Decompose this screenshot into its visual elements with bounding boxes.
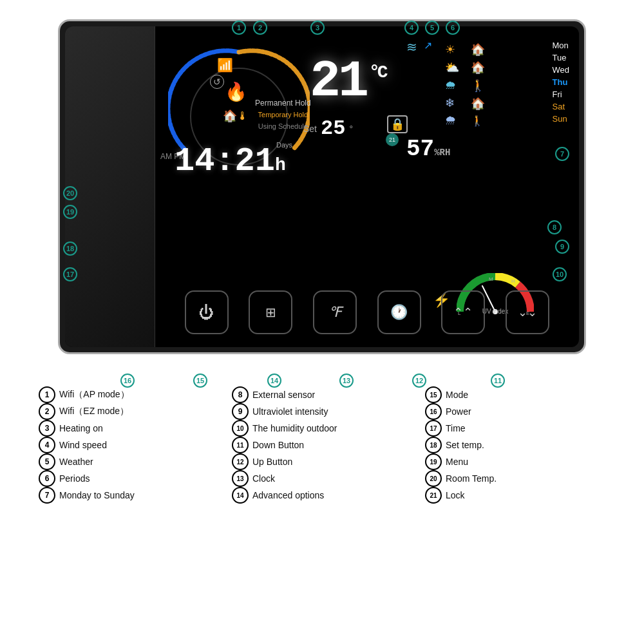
legend-item-18: 18 Set temp. (425, 437, 605, 453)
legend-item-1: 1 Wifi（AP mode） (39, 386, 219, 403)
advanced-button-wrap: ℉ (313, 290, 357, 334)
legend-text-1: Wifi（AP mode） (59, 389, 129, 401)
annotation-8: 8 (547, 220, 562, 234)
top-weather-icons: ≋ ↗ (406, 39, 432, 55)
legend-item-7: 7 Monday to Sunday (39, 487, 219, 504)
legend-num-20: 20 (425, 470, 442, 487)
legend-num-16: 16 (425, 403, 442, 420)
legend-text-11: Down Button (252, 440, 304, 450)
down-button[interactable]: ⌄⌄ (506, 290, 549, 334)
lock-badge: 21 (386, 133, 399, 146)
permanent-hold-text: Permanent Hold (255, 97, 311, 109)
days-label: Days (276, 141, 292, 149)
annotation-3: 3 (310, 21, 325, 35)
legend-text-6: Periods (59, 473, 90, 484)
annotation-2: 2 (253, 21, 267, 35)
main-temp-value: 21 (310, 52, 366, 111)
down-button-wrap: ⌄⌄ (506, 290, 549, 334)
legend-num-15: 15 (425, 386, 442, 403)
legend-num-3: 3 (39, 420, 55, 437)
svg-text:M: M (489, 276, 493, 282)
clock-button-wrap: 🕐 (377, 290, 421, 334)
svg-text:H: H (511, 278, 515, 284)
humidity-display: 57%RH (406, 136, 450, 162)
set-unit: ° (349, 124, 353, 134)
legend-num-8: 8 (232, 386, 249, 403)
legend-text-4: Wind speed (59, 440, 107, 450)
time-value: 14:21 (175, 142, 275, 180)
annotation-13: 13 (339, 374, 354, 388)
time-display: 14:21h (175, 142, 286, 180)
annotation-14: 14 (267, 374, 281, 388)
annotation-16: 16 (120, 374, 135, 388)
fahrenheit-icon: ℉ (328, 304, 342, 321)
humidity-value: 57 (406, 136, 434, 162)
heating-on-icon: 🔥 (225, 81, 247, 102)
legend-text-20: Room Temp. (446, 473, 497, 484)
period-home-icon-1: 🏠 (471, 43, 485, 57)
home-temp-icon: 🏠🌡 (223, 109, 249, 123)
legend-item-5: 5 Weather (39, 453, 219, 470)
annotation-10: 10 (553, 267, 567, 281)
legend-text-2: Wifi（EZ mode） (59, 406, 129, 417)
legend-text-7: Monday to Sunday (59, 490, 135, 500)
up-chevron-icon: ⌃⌃ (453, 305, 473, 319)
legend-num-18: 18 (425, 437, 442, 453)
mode-icon: ⊞ (265, 305, 276, 320)
period-sleep-icon: 🏠 (471, 97, 485, 111)
legend-num-13: 13 (232, 470, 249, 487)
thermostat-device: 🔥 🏠🌡 📶 ↺ 21°C Set 25 ° (58, 19, 586, 354)
legend-item-11: 11 Down Button (232, 437, 412, 453)
day-wed: Wed (553, 65, 570, 75)
annotation-15: 15 (193, 374, 207, 388)
days-of-week-panel: Mon Tue Wed Thu Fri Sat Sun (553, 41, 570, 124)
legend-num-11: 11 (232, 437, 249, 453)
legend-num-14: 14 (232, 487, 249, 504)
legend-item-9: 9 Ultraviolet intensity (232, 403, 412, 420)
mode-button[interactable]: ⊞ (249, 290, 292, 334)
annotation-4: 4 (404, 21, 419, 35)
power-button-wrap: ⏻ (185, 290, 229, 334)
day-sat: Sat (553, 102, 570, 111)
up-button-wrap: ⌃⌃ (441, 290, 485, 334)
power-button[interactable]: ⏻ (185, 290, 229, 334)
advanced-options-button[interactable]: ℉ (313, 290, 357, 334)
annotation-17: 17 (63, 267, 77, 281)
mode-button-wrap: ⊞ (249, 290, 292, 334)
period-away-icon: 🚶 (471, 79, 485, 93)
annotation-11: 11 (491, 374, 505, 388)
legend-column-2: 8 External sensor 9 Ultraviolet intensit… (232, 386, 412, 504)
annotation-20: 20 (63, 186, 77, 200)
set-temp-value: 25 (321, 117, 345, 140)
legend-text-19: Menu (446, 457, 468, 467)
buttons-row: ⏻ ⊞ ℉ 🕐 (155, 290, 579, 334)
legend-num-21: 21 (425, 487, 442, 504)
clock-icon: 🕐 (390, 304, 408, 321)
ice-weather-icon: 🌨 (445, 114, 459, 128)
lock-icon: 🔒 (387, 115, 408, 133)
clock-button[interactable]: 🕐 (377, 290, 421, 334)
legend-column-1: 1 Wifi（AP mode） 2 Wifi（EZ mode） 3 Heatin… (39, 386, 219, 504)
right-content-panel: 🔥 🏠🌡 📶 ↺ 21°C Set 25 ° (155, 26, 579, 347)
annotation-12: 12 (412, 374, 426, 388)
up-button[interactable]: ⌃⌃ (441, 290, 485, 334)
legend-item-16: 16 Power (425, 403, 605, 420)
weather-icons-column: ☀ ⛅ 🌧 ❄ 🌨 (445, 43, 459, 128)
annotation-9: 9 (555, 240, 569, 254)
legend-item-14: 14 Advanced options (232, 487, 412, 504)
legend-item-17: 17 Time (425, 420, 605, 437)
legend-item-6: 6 Periods (39, 470, 219, 487)
legend-num-6: 6 (39, 470, 55, 487)
humidity-unit: %RH (434, 147, 450, 158)
legend-item-8: 8 External sensor (232, 386, 412, 403)
annotation-7: 7 (555, 147, 569, 161)
legend-text-5: Weather (59, 457, 93, 467)
day-tue: Tue (553, 53, 570, 62)
legend-section: 1 Wifi（AP mode） 2 Wifi（EZ mode） 3 Heatin… (39, 386, 605, 504)
legend-text-12: Up Button (252, 457, 292, 467)
legend-item-12: 12 Up Button (232, 453, 412, 470)
legend-item-10: 10 The humidity outdoor (232, 420, 412, 437)
legend-num-5: 5 (39, 453, 55, 470)
legend-text-10: The humidity outdoor (252, 423, 337, 433)
legend-text-13: Clock (252, 473, 275, 484)
